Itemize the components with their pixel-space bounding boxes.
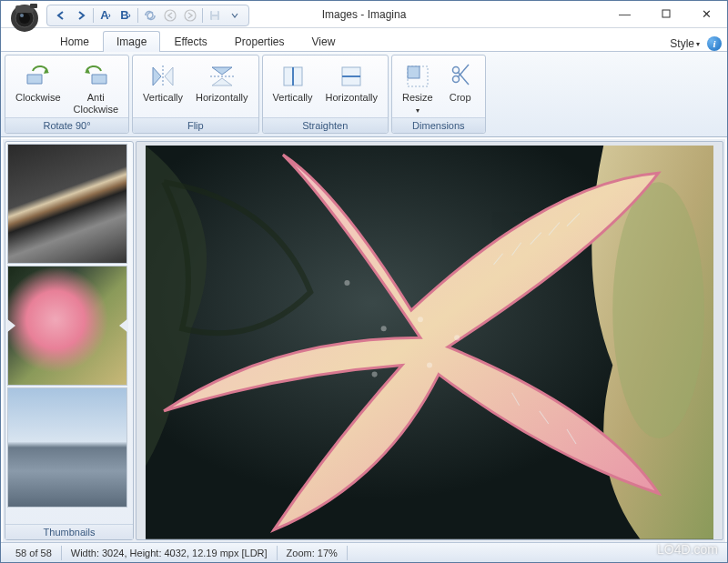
rotate-clockwise-icon (24, 62, 53, 91)
thumbnails-panel: Thumbnails (5, 141, 134, 540)
thumbnails-footer: Thumbnails (5, 524, 133, 539)
svg-point-30 (427, 363, 432, 368)
rotate-clockwise-button[interactable]: Clockwise (11, 59, 66, 106)
group-dimensions: Resize▾ Crop Dimensions (391, 55, 486, 134)
straighten-horizontally-button[interactable]: Horizontally (321, 59, 382, 106)
info-icon[interactable]: i (707, 36, 722, 51)
label: Resize▾ (402, 92, 433, 115)
window-controls: — ✕ (604, 1, 727, 26)
ribbon: Clockwise Anti Clockwise Rotate 90° Vert… (1, 52, 727, 137)
group-label: Rotate 90° (5, 117, 128, 133)
group-straighten: Vertically Horizontally Straighten (262, 55, 389, 134)
svg-rect-9 (212, 11, 217, 15)
status-zoom: Zoom: 17% (278, 546, 348, 560)
straighten-horizontal-icon (337, 62, 366, 91)
straighten-vertically-button[interactable]: Vertically (268, 59, 318, 106)
label: Horizontally (196, 92, 248, 104)
separator (202, 8, 203, 23)
svg-rect-19 (408, 66, 420, 78)
style-dropdown[interactable]: Style ▾ (670, 37, 700, 50)
svg-rect-11 (662, 10, 670, 17)
refresh-button[interactable] (140, 6, 160, 25)
qat-customize-button[interactable] (225, 6, 245, 25)
separator (93, 8, 94, 23)
flip-horizontally-button[interactable]: Horizontally (191, 59, 252, 106)
status-dimensions: Width: 3024, Height: 4032, 12.19 mpx [LD… (62, 546, 278, 560)
tab-properties[interactable]: Properties (221, 31, 298, 52)
thumbnails-list[interactable] (5, 142, 133, 524)
compare-a-button[interactable]: A› (96, 6, 116, 25)
label: Crop (450, 92, 471, 104)
save-button[interactable] (205, 6, 225, 25)
svg-point-27 (418, 317, 423, 322)
straighten-vertical-icon (278, 62, 308, 91)
label: Clockwise (15, 92, 61, 104)
thumbnail-item[interactable] (7, 266, 127, 386)
resize-button[interactable]: Resize▾ (398, 59, 438, 117)
svg-point-28 (454, 335, 460, 340)
flip-vertical-icon (148, 62, 177, 91)
label: Vertically (143, 92, 183, 104)
history-back-button[interactable] (160, 6, 180, 25)
group-flip: Vertically Horizontally Flip (132, 55, 259, 134)
label: Vertically (273, 92, 313, 104)
thumbnail-item[interactable] (7, 387, 127, 508)
separator (137, 8, 138, 23)
svg-rect-5 (30, 4, 37, 8)
svg-point-29 (372, 372, 378, 377)
tab-view[interactable]: View (298, 31, 349, 52)
group-rotate: Clockwise Anti Clockwise Rotate 90° (5, 55, 129, 134)
label: Horizontally (326, 92, 378, 104)
group-label: Dimensions (392, 117, 485, 133)
crop-icon (446, 62, 475, 91)
title-bar: A› B› Images - Imagina — ✕ (1, 1, 727, 28)
label: Anti Clockwise (74, 92, 119, 115)
history-forward-button[interactable] (180, 6, 200, 25)
nav-forward-button[interactable] (71, 6, 91, 25)
content-area: Thumbnails (3, 139, 725, 542)
tab-image[interactable]: Image (103, 31, 160, 52)
flip-vertically-button[interactable]: Vertically (138, 59, 187, 106)
group-label: Flip (133, 117, 258, 133)
svg-point-3 (20, 14, 24, 17)
tab-effects[interactable]: Effects (160, 31, 220, 52)
minimize-button[interactable]: — (604, 1, 645, 26)
maximize-button[interactable] (645, 1, 686, 26)
status-bar: 58 of 58 Width: 3024, Height: 4032, 12.1… (1, 542, 727, 562)
thumbnail-item[interactable] (7, 144, 127, 264)
nav-back-button[interactable] (51, 6, 71, 25)
tab-home[interactable]: Home (46, 31, 103, 52)
rotate-anticlockwise-button[interactable]: Anti Clockwise (69, 59, 124, 117)
resize-icon (403, 62, 432, 91)
flip-horizontal-icon (207, 62, 237, 91)
app-icon[interactable] (6, 0, 43, 35)
main-image (146, 146, 713, 539)
svg-rect-10 (212, 16, 217, 20)
svg-point-25 (612, 182, 704, 438)
image-viewer[interactable] (136, 141, 723, 540)
crop-button[interactable]: Crop (441, 59, 480, 106)
quick-access-toolbar: A› B› (46, 5, 249, 26)
svg-point-7 (185, 10, 196, 21)
compare-b-button[interactable]: B› (116, 6, 136, 25)
svg-point-6 (165, 10, 176, 21)
close-button[interactable]: ✕ (686, 1, 727, 26)
status-position: 58 of 58 (6, 546, 62, 560)
svg-point-26 (381, 326, 387, 331)
group-label: Straighten (263, 117, 389, 133)
ribbon-tabs: Home Image Effects Properties View Style… (1, 28, 727, 52)
rotate-anticlockwise-icon (81, 62, 110, 91)
svg-point-31 (344, 280, 349, 286)
